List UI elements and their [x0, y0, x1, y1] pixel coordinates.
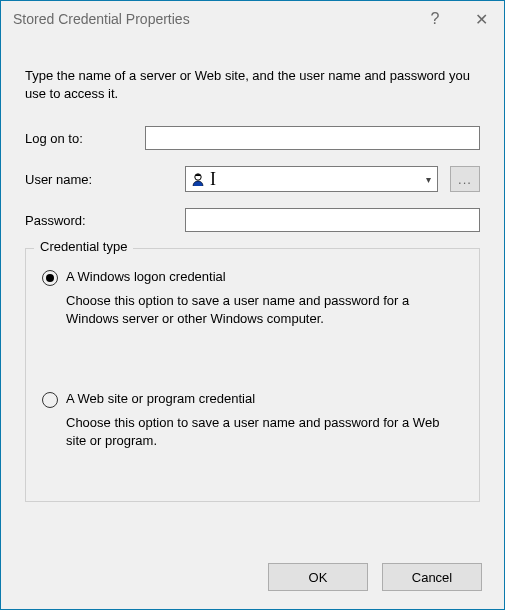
- dialog-window: Stored Credential Properties ? ✕ Type th…: [0, 0, 505, 610]
- group-legend: Credential type: [34, 239, 133, 254]
- radio-windows[interactable]: [42, 270, 58, 286]
- password-label: Password:: [25, 213, 185, 228]
- user-icon: [190, 171, 206, 187]
- radio-website-title: A Web site or program credential: [66, 391, 255, 406]
- chevron-down-icon[interactable]: ▾: [419, 174, 437, 185]
- help-button[interactable]: ?: [412, 1, 458, 37]
- logon-label: Log on to:: [25, 131, 145, 146]
- logon-row: Log on to:: [25, 126, 480, 150]
- close-icon: ✕: [475, 10, 488, 29]
- radio-windows-title: A Windows logon credential: [66, 269, 226, 284]
- close-button[interactable]: ✕: [458, 1, 504, 37]
- password-row: Password:: [25, 208, 480, 232]
- text-cursor-icon: I: [210, 169, 419, 190]
- radio-website-row[interactable]: A Web site or program credential: [42, 391, 463, 408]
- content-area: Type the name of a server or Web site, a…: [1, 37, 504, 502]
- window-title: Stored Credential Properties: [13, 11, 190, 27]
- titlebar: Stored Credential Properties ? ✕: [1, 1, 504, 37]
- logon-input[interactable]: [145, 126, 480, 150]
- help-icon: ?: [431, 10, 440, 28]
- radio-windows-desc: Choose this option to save a user name a…: [66, 292, 463, 327]
- username-label: User name:: [25, 172, 185, 187]
- cancel-button[interactable]: Cancel: [382, 563, 482, 591]
- browse-button[interactable]: ...: [450, 166, 480, 192]
- instruction-text: Type the name of a server or Web site, a…: [25, 67, 480, 102]
- ellipsis-icon: ...: [458, 172, 472, 187]
- ok-button[interactable]: OK: [268, 563, 368, 591]
- username-row: User name: I ▾ ...: [25, 166, 480, 192]
- username-value: I: [206, 169, 419, 190]
- radio-windows-row[interactable]: A Windows logon credential: [42, 269, 463, 286]
- dialog-footer: OK Cancel: [268, 563, 482, 591]
- radio-website-desc: Choose this option to save a user name a…: [66, 414, 463, 449]
- credential-type-group: Credential type A Windows logon credenti…: [25, 248, 480, 502]
- password-input[interactable]: [185, 208, 480, 232]
- username-combobox[interactable]: I ▾: [185, 166, 438, 192]
- radio-website[interactable]: [42, 392, 58, 408]
